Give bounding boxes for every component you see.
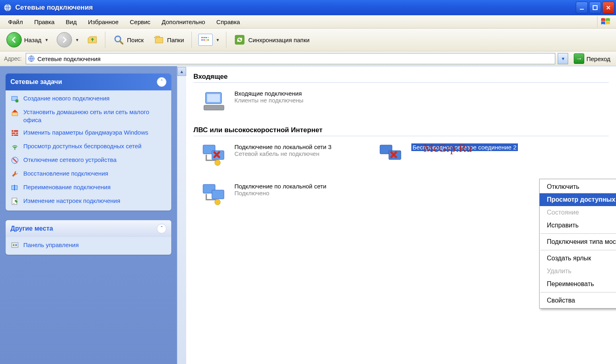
chevron-down-icon: ▼ bbox=[561, 56, 565, 61]
minimize-button[interactable] bbox=[576, 2, 588, 14]
panel-network-tasks: Сетевые задачи ˆ Создание нового подключ… bbox=[6, 74, 171, 211]
item-status: Сетевой кабель не подключен bbox=[234, 150, 331, 157]
svg-rect-4 bbox=[201, 37, 203, 38]
task-rename[interactable]: Переименование подключения bbox=[10, 183, 166, 192]
menu-view[interactable]: Вид bbox=[60, 17, 82, 27]
ctx-delete: Удалить bbox=[540, 265, 616, 278]
titlebar: Сетевые подключения bbox=[0, 0, 616, 15]
link-control-panel[interactable]: Панель управления bbox=[10, 241, 166, 250]
wireless-icon bbox=[10, 142, 19, 151]
up-button[interactable] bbox=[84, 31, 101, 48]
toolbar-separator bbox=[191, 32, 192, 48]
back-arrow-icon bbox=[6, 32, 22, 47]
scrollbar[interactable]: ▲ bbox=[177, 66, 186, 364]
address-field[interactable]: Сетевые подключения bbox=[26, 53, 555, 64]
svg-point-22 bbox=[13, 244, 14, 246]
task-home-network[interactable]: Установить домашнюю сеть или сеть малого… bbox=[10, 108, 166, 124]
collapse-icon[interactable]: ˆ bbox=[157, 77, 166, 87]
address-value: Сетевые подключения bbox=[37, 55, 101, 62]
svg-rect-26 bbox=[204, 105, 224, 110]
go-button[interactable]: → Переход bbox=[571, 53, 614, 64]
ctx-separator bbox=[540, 233, 616, 234]
panel-header[interactable]: Другие места ˆ bbox=[6, 220, 171, 237]
svg-rect-7 bbox=[207, 37, 209, 38]
ctx-separator bbox=[540, 250, 616, 250]
items-row: Входящие подключения Клиенты не подключе… bbox=[193, 83, 609, 117]
ctx-repair[interactable]: Исправить bbox=[540, 219, 616, 232]
menubar: Файл Правка Вид Избранное Сервис Дополни… bbox=[0, 15, 616, 29]
item-status: Клиенты не подключены bbox=[234, 97, 304, 104]
svg-rect-8 bbox=[201, 39, 203, 41]
explorer-window: Сетевые подключения Файл Правка Вид Избр… bbox=[0, 0, 616, 364]
ctx-rename[interactable]: Переименовать bbox=[540, 278, 616, 290]
conn-wireless-2[interactable]: Беспроводное сетевое соединение 2 bbox=[378, 143, 531, 167]
panel-body: Панель управления bbox=[6, 237, 171, 255]
task-repair[interactable]: Восстановление подключения bbox=[10, 170, 166, 178]
window-title: Сетевые подключения bbox=[15, 4, 576, 12]
menu-advanced[interactable]: Дополнительно bbox=[156, 17, 211, 27]
panel-header[interactable]: Сетевые задачи ˆ bbox=[6, 74, 171, 90]
item-name: Подключение по локальной сети 3 bbox=[234, 143, 331, 150]
lan-connected-icon bbox=[201, 183, 230, 206]
menu-tools[interactable]: Сервис bbox=[124, 17, 156, 27]
views-button[interactable]: ▼ bbox=[196, 31, 222, 48]
globe-icon bbox=[28, 55, 35, 62]
conn-lan-3[interactable]: Подключение по локальной сети 3 Сетевой … bbox=[201, 143, 354, 167]
svg-rect-21 bbox=[12, 243, 18, 247]
task-firewall[interactable]: Изменить параметры брандмауэра Windows bbox=[10, 129, 166, 137]
svg-rect-16 bbox=[12, 130, 18, 136]
folders-icon bbox=[152, 34, 164, 46]
sidebar: Сетевые задачи ˆ Создание нового подключ… bbox=[0, 66, 177, 364]
ctx-bridge[interactable]: Подключения типа мост bbox=[540, 235, 616, 248]
back-button[interactable]: Назад ▼ bbox=[3, 31, 52, 48]
menu-favorites[interactable]: Избранное bbox=[82, 17, 124, 27]
incoming-connection-icon bbox=[201, 90, 230, 113]
address-label: Адрес: bbox=[2, 55, 23, 62]
svg-rect-6 bbox=[205, 37, 207, 38]
chevron-down-icon: ▼ bbox=[45, 38, 49, 42]
svg-point-34 bbox=[215, 199, 220, 205]
menu-file[interactable]: Файл bbox=[2, 17, 29, 27]
collapse-icon[interactable]: ˆ bbox=[157, 224, 166, 233]
menu-edit[interactable]: Правка bbox=[29, 17, 60, 27]
task-properties[interactable]: Изменение настроек подключения bbox=[10, 197, 166, 206]
group-header-incoming: Входящее bbox=[193, 70, 609, 83]
item-status: Подключено bbox=[234, 190, 326, 196]
toolbar-separator bbox=[105, 32, 105, 48]
repair-icon bbox=[10, 170, 19, 178]
ctx-separator bbox=[540, 292, 616, 292]
svg-rect-9 bbox=[203, 39, 205, 41]
close-button[interactable] bbox=[602, 2, 614, 14]
ctx-view-wireless[interactable]: Просмотр доступных беспроводных сетей bbox=[540, 193, 616, 206]
folders-button[interactable]: Папки bbox=[149, 31, 187, 48]
ctx-properties[interactable]: Свойства bbox=[540, 294, 616, 307]
app-icon bbox=[3, 3, 12, 12]
task-disable-device[interactable]: Отключение сетевого устройства bbox=[10, 156, 166, 165]
properties-icon bbox=[10, 197, 19, 206]
forward-arrow-icon bbox=[57, 32, 72, 47]
firewall-icon bbox=[10, 129, 19, 137]
windows-flag-icon bbox=[597, 16, 614, 27]
sync-folder-button[interactable]: Синхронизация папки bbox=[230, 31, 312, 48]
toolbar: Назад ▼ ▼ Поиск bbox=[0, 29, 616, 51]
ctx-status: Состояние bbox=[540, 206, 616, 219]
task-new-connection[interactable]: Создание нового подключения bbox=[10, 94, 166, 103]
item-name: Подключение по локальной сети bbox=[234, 183, 326, 190]
task-wireless[interactable]: Просмотр доступных беспроводных сетей bbox=[10, 142, 166, 151]
ctx-create-shortcut[interactable]: Создать ярлык bbox=[540, 252, 616, 265]
scroll-up-icon[interactable]: ▲ bbox=[177, 67, 186, 76]
conn-incoming[interactable]: Входящие подключения Клиенты не подключе… bbox=[201, 90, 354, 113]
conn-lan[interactable]: Подключение по локальной сети Подключено bbox=[201, 183, 354, 206]
views-icon bbox=[198, 34, 213, 46]
maximize-button[interactable] bbox=[589, 2, 601, 14]
toolbar-separator bbox=[226, 32, 226, 48]
forward-button[interactable]: ▼ bbox=[54, 31, 82, 48]
ctx-disconnect[interactable]: Отключить bbox=[540, 180, 616, 193]
search-button[interactable]: Поиск bbox=[109, 31, 147, 48]
menu-help[interactable]: Справка bbox=[211, 17, 246, 27]
home-network-icon bbox=[10, 108, 19, 117]
address-dropdown-button[interactable]: ▼ bbox=[558, 53, 568, 64]
go-arrow-icon: → bbox=[574, 53, 584, 64]
svg-rect-10 bbox=[205, 39, 207, 41]
svg-rect-19 bbox=[14, 185, 15, 190]
